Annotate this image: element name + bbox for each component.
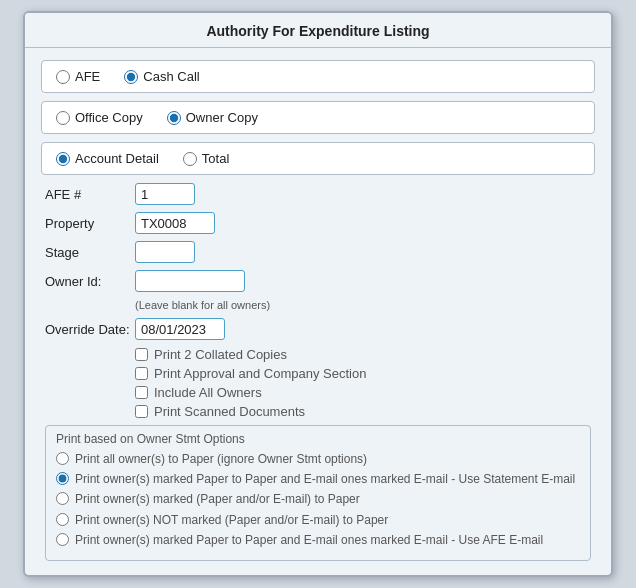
owner-stmt-opt2-label: Print owner(s) marked Paper to Paper and… [75, 471, 575, 487]
property-input[interactable] [135, 212, 215, 234]
owner-stmt-radio-2[interactable] [56, 472, 69, 485]
print2-checkbox[interactable] [135, 348, 148, 361]
detail-radio[interactable] [56, 152, 70, 166]
override-date-input[interactable] [135, 318, 225, 340]
dialog-title: Authority For Expenditure Listing [25, 13, 611, 48]
print-scanned-row: Print Scanned Documents [135, 404, 591, 419]
afe-input[interactable] [135, 183, 195, 205]
ownerid-hint: (Leave blank for all owners) [135, 299, 591, 311]
total-radio-label[interactable]: Total [183, 151, 229, 166]
owner-stmt-opt4-label: Print owner(s) NOT marked (Paper and/or … [75, 512, 388, 528]
owner-stmt-radio-4[interactable] [56, 513, 69, 526]
include-all-row: Include All Owners [135, 385, 591, 400]
property-row: Property [45, 212, 591, 234]
total-radio[interactable] [183, 152, 197, 166]
owner-stmt-opt1-label: Print all owner(s) to Paper (ignore Owne… [75, 451, 367, 467]
include-all-label: Include All Owners [154, 385, 262, 400]
owner-stmt-opt4: Print owner(s) NOT marked (Paper and/or … [56, 512, 580, 528]
afe-radio[interactable] [56, 70, 70, 84]
ownerid-row: Owner Id: [45, 270, 591, 292]
owner-stmt-opt3-label: Print owner(s) marked (Paper and/or E-ma… [75, 491, 360, 507]
afe-radio-label[interactable]: AFE [56, 69, 100, 84]
stage-row: Stage [45, 241, 591, 263]
print-scanned-checkbox[interactable] [135, 405, 148, 418]
ownerid-input[interactable] [135, 270, 245, 292]
owner-stmt-opt5: Print owner(s) marked Paper to Paper and… [56, 532, 580, 548]
include-all-checkbox[interactable] [135, 386, 148, 399]
print2-label: Print 2 Collated Copies [154, 347, 287, 362]
owner-copy-text: Owner Copy [186, 110, 258, 125]
owner-stmt-opt2: Print owner(s) marked Paper to Paper and… [56, 471, 580, 487]
cashcall-radio[interactable] [124, 70, 138, 84]
print-scanned-label: Print Scanned Documents [154, 404, 305, 419]
override-date-label: Override Date: [45, 322, 135, 337]
dialog-container: Authority For Expenditure Listing AFE Ca… [23, 11, 613, 577]
owner-stmt-radio-5[interactable] [56, 533, 69, 546]
copy-type-group: Office Copy Owner Copy [41, 101, 595, 134]
afe-cashcall-group: AFE Cash Call [41, 60, 595, 93]
owner-stmt-opt1: Print all owner(s) to Paper (ignore Owne… [56, 451, 580, 467]
owner-stmt-radio-3[interactable] [56, 492, 69, 505]
afe-field-label: AFE # [45, 187, 135, 202]
office-copy-label[interactable]: Office Copy [56, 110, 143, 125]
owner-copy-label[interactable]: Owner Copy [167, 110, 258, 125]
total-text: Total [202, 151, 229, 166]
office-copy-text: Office Copy [75, 110, 143, 125]
cashcall-label: Cash Call [143, 69, 199, 84]
stage-input[interactable] [135, 241, 195, 263]
owner-stmt-radio-1[interactable] [56, 452, 69, 465]
detail-radio-label[interactable]: Account Detail [56, 151, 159, 166]
owner-stmt-opt5-label: Print owner(s) marked Paper to Paper and… [75, 532, 543, 548]
print2-row: Print 2 Collated Copies [135, 347, 591, 362]
owner-stmt-opt3: Print owner(s) marked (Paper and/or E-ma… [56, 491, 580, 507]
stage-label: Stage [45, 245, 135, 260]
owner-stmt-title: Print based on Owner Stmt Options [56, 432, 580, 446]
office-copy-radio[interactable] [56, 111, 70, 125]
afe-label: AFE [75, 69, 100, 84]
approval-row: Print Approval and Company Section [135, 366, 591, 381]
detail-text: Account Detail [75, 151, 159, 166]
form-section: AFE # Property Stage Owner Id: (Leave bl… [41, 183, 595, 561]
override-date-row: Override Date: [45, 318, 591, 340]
detail-total-group: Account Detail Total [41, 142, 595, 175]
cashcall-radio-label[interactable]: Cash Call [124, 69, 199, 84]
owner-copy-radio[interactable] [167, 111, 181, 125]
approval-label: Print Approval and Company Section [154, 366, 366, 381]
ownerid-label: Owner Id: [45, 274, 135, 289]
afe-row: AFE # [45, 183, 591, 205]
property-label: Property [45, 216, 135, 231]
approval-checkbox[interactable] [135, 367, 148, 380]
owner-stmt-box: Print based on Owner Stmt Options Print … [45, 425, 591, 561]
